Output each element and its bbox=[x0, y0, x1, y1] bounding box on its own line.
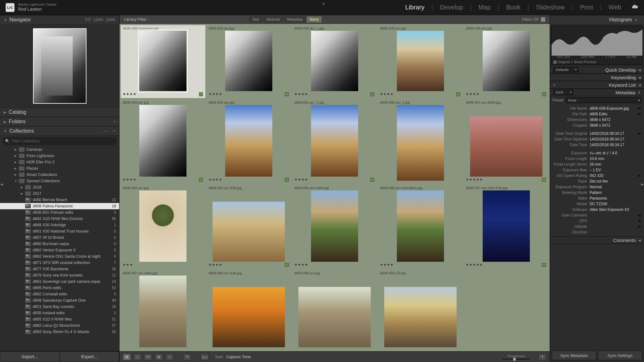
metadata-action-icon[interactable] bbox=[637, 219, 641, 223]
thumbnail-cell[interactable]: d808-056-acr.jpg★★★★ bbox=[207, 99, 291, 184]
thumbnail-cell[interactable]: d808-057-acr-Adhil.jpg★★★★★ bbox=[464, 99, 548, 184]
preview-checkbox[interactable] bbox=[553, 61, 557, 64]
thumbnail-cell[interactable]: d808-098-acr.jpg bbox=[292, 270, 377, 350]
collection-item[interactable]: d879 Sony sea front sunsets22 bbox=[0, 272, 119, 278]
collection-item[interactable]: d902 Cornwall edits0 bbox=[0, 291, 119, 297]
quick-develop-header[interactable]: Defaults Quick Develop ◀ bbox=[550, 66, 644, 74]
sync-settings-button[interactable]: Sync Settings bbox=[598, 351, 642, 360]
thumbnail-cell[interactable]: d808-095-acr-Edit.jpg★★★★ bbox=[207, 185, 291, 269]
filter-tab-none[interactable]: None bbox=[307, 16, 322, 23]
zoom-200%[interactable]: 200% bbox=[106, 18, 115, 22]
module-develop[interactable]: Develop bbox=[440, 4, 463, 11]
collection-item[interactable]: ▶Cameras bbox=[0, 146, 119, 153]
thumbnail-cell[interactable]: d808-039-acr.jpg★★★★ bbox=[378, 25, 463, 98]
collection-item[interactable]: d830-831 Polruan edits0 bbox=[0, 209, 119, 216]
filter-tab-text[interactable]: Text bbox=[249, 16, 262, 23]
collection-item[interactable]: d851 X30 National Trust houses0 bbox=[0, 228, 119, 234]
add-keyword-icon[interactable]: + bbox=[553, 82, 556, 87]
thumbnail-cell[interactable]: d808-049-acr.jpg★★★★ bbox=[121, 99, 205, 184]
collection-item[interactable]: d982 Leica Q2 Monochrom57 bbox=[0, 322, 119, 329]
thumbnail-cell[interactable]: d808-038-acr.jpg★★★★ bbox=[207, 25, 291, 98]
collection-item[interactable]: d877 X30 Barcelona36 bbox=[0, 266, 119, 272]
collection-item[interactable]: ▶From Lightroom bbox=[0, 153, 119, 159]
collection-item[interactable]: d842 X1D RAW files Exmoor95 bbox=[0, 216, 119, 222]
top-panel-toggle[interactable]: ▲ bbox=[322, 0, 325, 6]
painter-icon[interactable]: ✎ bbox=[183, 354, 191, 360]
metadata-action-icon[interactable] bbox=[637, 213, 641, 217]
collection-item[interactable]: d935 Iceland edits0 bbox=[0, 310, 119, 316]
sort-value[interactable]: Capture Time bbox=[226, 354, 251, 359]
add-icon[interactable]: + bbox=[113, 129, 115, 133]
sync-metadata-button[interactable]: Sync Metadata bbox=[552, 351, 596, 360]
thumbnail-cell[interactable]: d808-056-acr_1.jpg★★★★ bbox=[292, 99, 377, 184]
preset-select[interactable]: None bbox=[566, 97, 641, 103]
thumbnail-size-slider[interactable] bbox=[502, 359, 530, 360]
right-panel-toggle[interactable]: ▶ bbox=[641, 181, 644, 187]
metadata-action-icon[interactable] bbox=[637, 174, 641, 178]
collection-item[interactable]: d885 Porto edits62 bbox=[0, 285, 119, 291]
metadata-action-icon[interactable] bbox=[637, 112, 641, 116]
thumbnail-cell[interactable]: d808-039-acr.jpg★★★★ bbox=[464, 25, 548, 98]
navigator-preview[interactable] bbox=[33, 28, 86, 104]
module-web[interactable]: Web bbox=[608, 4, 621, 11]
thumbnail-cell[interactable]: d808-038-acr_1.jpg★★★★ bbox=[292, 25, 377, 98]
collection-item[interactable]: d857 XF10 Bristol0 bbox=[0, 234, 119, 241]
zoom-100%[interactable]: 100% bbox=[94, 18, 103, 22]
toolbar-menu-icon[interactable]: ▾ bbox=[538, 354, 547, 360]
lock-icon[interactable] bbox=[541, 17, 545, 22]
metadata-action-icon[interactable] bbox=[637, 132, 641, 135]
filter-tab-attribute[interactable]: Attribute bbox=[263, 16, 283, 23]
collection-item[interactable]: d921 Sand Bay sunsets26 bbox=[0, 304, 119, 310]
collections-filter[interactable]: 🔍 Filter Collections bbox=[3, 137, 117, 145]
thumbnail-cell[interactable]: d808-059-LR.jpg bbox=[378, 270, 463, 350]
left-panel-toggle[interactable]: ◀ bbox=[0, 181, 3, 187]
keyword-list-header[interactable]: + Keyword List ◀ bbox=[550, 81, 644, 89]
collection-item[interactable]: d955 X1D II RAW files51 bbox=[0, 316, 119, 322]
thumbnail-cell[interactable]: d808-098-acr-Edit.jpg bbox=[207, 270, 291, 350]
module-map[interactable]: Map bbox=[479, 4, 491, 11]
loupe-view-icon[interactable]: ▢ bbox=[133, 354, 142, 360]
histogram[interactable]: ISO 320 10.6 mm ƒ / 4.0 ¹⁄₈₀ sec Origina… bbox=[551, 26, 643, 65]
filter-tab-metadata[interactable]: Metadata bbox=[284, 16, 306, 23]
thumbnail-cell[interactable]: d808-056-acr_2.jpg bbox=[378, 99, 463, 184]
people-view-icon[interactable]: ☺ bbox=[165, 354, 174, 360]
collections-header[interactable]: ▼ Collections — + bbox=[0, 126, 119, 136]
import-button[interactable]: Import... bbox=[0, 351, 60, 362]
export-button[interactable]: Export... bbox=[60, 351, 119, 362]
sort-icon[interactable]: — bbox=[103, 129, 107, 133]
collection-item[interactable]: ▶2017 bbox=[0, 190, 119, 197]
module-book[interactable]: Book bbox=[506, 4, 521, 11]
cloud-sync-icon[interactable] bbox=[628, 3, 638, 12]
comments-header[interactable]: Comments ◀ bbox=[550, 236, 644, 244]
catalog-header[interactable]: ▶ Catalog bbox=[0, 107, 119, 117]
collection-item[interactable]: d871 GFX 50R coastal collection7 bbox=[0, 260, 119, 266]
folders-header[interactable]: ▶ Folders + bbox=[0, 117, 119, 126]
collection-item[interactable]: d862 Venice Exposure X0 bbox=[0, 247, 119, 253]
metadata-action-icon[interactable] bbox=[637, 107, 641, 110]
thumbnail-cell[interactable]: d808-096-acr-hydrobius.jpg★★★★ bbox=[378, 185, 463, 269]
defaults-select[interactable]: Defaults bbox=[553, 67, 578, 72]
metadata-header[interactable]: EXIF Metadata ▼ bbox=[550, 89, 644, 96]
metadata-set-select[interactable]: EXIF bbox=[553, 90, 573, 95]
collection-item[interactable]: d909 Sainsburys Capture One94 bbox=[0, 297, 119, 304]
histogram-header[interactable]: Histogram ▼ bbox=[550, 15, 644, 25]
thumbnail-cell[interactable]: d808-038-Exposure.jpg★★★★ bbox=[121, 25, 205, 98]
metadata-action-icon[interactable] bbox=[637, 225, 641, 228]
collection-item[interactable]: ▶2016 bbox=[0, 184, 119, 190]
collection-item[interactable]: d450 Berrow Beach22 bbox=[0, 197, 119, 203]
thumbnail-cell[interactable]: d808-097-acr-adhil.jpg bbox=[121, 270, 205, 350]
collection-item[interactable]: d808 Palma Panasonic19 bbox=[0, 203, 119, 209]
survey-view-icon[interactable]: ▤ bbox=[155, 354, 163, 360]
thumbnail-cell[interactable]: d808-097-acr-adhil-Edit.jpg★★★★★ bbox=[464, 185, 548, 269]
keywording-header[interactable]: Keywording ◀ bbox=[550, 74, 644, 81]
collection-item[interactable]: d993 Sony 35mm f/1.4 G Master50 bbox=[0, 329, 119, 335]
grid-view-icon[interactable]: ▦ bbox=[123, 354, 131, 360]
collection-item[interactable]: d881 Sovereign car park camera sepia24 bbox=[0, 278, 119, 285]
compare-view-icon[interactable]: XY bbox=[144, 354, 152, 360]
thumbnail-cell[interactable]: d808-096-acr-adhil.jpg★★★★ bbox=[292, 185, 377, 269]
module-print[interactable]: Print bbox=[580, 4, 593, 11]
collection-item[interactable]: ▶HDR Efex Pro 2 bbox=[0, 159, 119, 165]
add-icon[interactable]: + bbox=[113, 119, 115, 124]
navigator-header[interactable]: ▼ Navigator FIT100%200% bbox=[0, 15, 119, 25]
collection-item[interactable]: d862 Venice ON1 Santa Croce at night0 bbox=[0, 253, 119, 260]
